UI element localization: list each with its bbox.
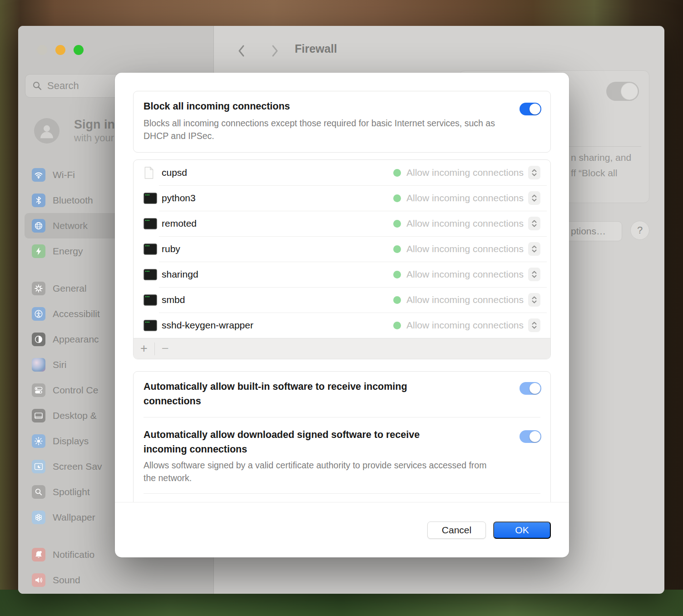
- service-status-stepper[interactable]: [528, 268, 540, 281]
- sidebar-item-label: Notificatio: [53, 549, 94, 560]
- remove-service-button[interactable]: −: [155, 338, 176, 359]
- person-icon: [37, 121, 57, 141]
- service-name: ruby: [162, 243, 180, 254]
- spotlight-icon: [32, 485, 45, 499]
- sidebar-item-label: Sound: [53, 575, 80, 586]
- sidebar-item-label: Displays: [53, 436, 89, 447]
- desktop-dock-icon: [32, 409, 45, 422]
- service-status: Allow incoming connections: [393, 293, 540, 307]
- sidebar-item-label: Screen Sav: [53, 461, 102, 472]
- service-status-stepper[interactable]: [528, 318, 540, 332]
- service-row: remotedAllow incoming connections: [134, 211, 550, 236]
- sidebar-item-label: Control Ce: [53, 385, 98, 396]
- service-status-label: Allow incoming connections: [406, 320, 524, 331]
- sidebar-item-signin[interactable]: Sign in with your: [34, 117, 115, 144]
- search-icon: [32, 80, 43, 91]
- firewall-main-toggle[interactable]: [606, 82, 639, 101]
- status-dot-icon: [393, 296, 401, 304]
- service-status-stepper[interactable]: [528, 166, 540, 179]
- options-button-label: ptions…: [571, 226, 606, 237]
- service-name: sshd-keygen-wrapper: [162, 320, 253, 331]
- service-row: rubyAllow incoming connections: [134, 236, 550, 262]
- service-status: Allow incoming connections: [393, 318, 540, 332]
- service-status-stepper[interactable]: [528, 242, 540, 256]
- service-status-label: Allow incoming connections: [406, 167, 524, 178]
- control-center-icon: [32, 383, 45, 397]
- service-row: cupsdAllow incoming connections: [134, 160, 550, 185]
- service-status-stepper[interactable]: [528, 191, 540, 205]
- firewall-description-partial: n sharing, and: [571, 152, 631, 163]
- back-button[interactable]: [234, 43, 249, 59]
- executable-icon: [144, 269, 158, 280]
- firewall-description-partial: ff “Block all: [571, 168, 617, 179]
- service-status-label: Allow incoming connections: [406, 294, 524, 305]
- firewall-options-dialog: Block all incoming connections Blocks al…: [115, 73, 569, 557]
- energy-icon: [32, 244, 45, 258]
- signin-subtitle: with your: [74, 132, 115, 144]
- sidebar-item-label: General: [53, 283, 87, 294]
- dialog-footer: Cancel OK: [115, 502, 569, 557]
- auto-builtin-title: Automatically allow built-in software to…: [144, 379, 461, 408]
- service-name: sharingd: [162, 269, 198, 280]
- status-dot-icon: [393, 194, 401, 202]
- add-service-button[interactable]: +: [134, 338, 154, 359]
- sound-icon: [32, 573, 45, 587]
- bluetooth-icon: [32, 194, 45, 207]
- auto-signed-description: Allows software signed by a valid certif…: [144, 459, 498, 484]
- sidebar-item-label: Desktop &: [53, 410, 97, 421]
- sidebar-item-label: Spotlight: [53, 487, 90, 497]
- dialog-scroll-area[interactable]: Block all incoming connections Blocks al…: [115, 73, 569, 502]
- displays-icon: [32, 434, 45, 448]
- service-rows: cupsdAllow incoming connectionspython3Al…: [134, 160, 550, 338]
- network-icon: [32, 219, 45, 233]
- service-status-stepper[interactable]: [528, 217, 540, 230]
- executable-icon: [144, 243, 158, 255]
- status-dot-icon: [393, 220, 401, 228]
- help-button[interactable]: ?: [630, 221, 649, 240]
- auto-allow-section: Automatically allow built-in software to…: [133, 371, 551, 502]
- service-status: Allow incoming connections: [393, 217, 540, 230]
- chevron-right-icon: [267, 43, 282, 59]
- status-dot-icon: [393, 169, 401, 177]
- close-window-button[interactable]: [37, 45, 47, 55]
- block-all-title: Block all incoming connections: [144, 101, 290, 112]
- sidebar-item-label: Energy: [53, 246, 83, 257]
- block-all-toggle[interactable]: [520, 103, 541, 115]
- service-status-stepper[interactable]: [528, 293, 540, 307]
- chevron-left-icon: [234, 43, 249, 59]
- service-list: cupsdAllow incoming connectionspython3Al…: [133, 159, 551, 359]
- service-status: Allow incoming connections: [393, 191, 540, 205]
- wallpaper-icon: [32, 511, 45, 524]
- service-row: smbdAllow incoming connections: [134, 287, 550, 313]
- service-row: python3Allow incoming connections: [134, 185, 550, 211]
- search-placeholder: Search: [47, 80, 79, 92]
- sidebar-item-sound[interactable]: Sound: [25, 567, 207, 593]
- status-dot-icon: [393, 322, 401, 329]
- avatar: [34, 118, 59, 144]
- executable-icon: [144, 193, 158, 204]
- sidebar-item-label: Wi-Fi: [53, 169, 75, 180]
- sidebar-item-label: Siri: [53, 359, 66, 370]
- cancel-button[interactable]: Cancel: [427, 522, 486, 539]
- service-name: python3: [162, 193, 196, 204]
- service-name: smbd: [162, 294, 185, 305]
- service-name: cupsd: [162, 167, 187, 178]
- auto-signed-toggle[interactable]: [520, 430, 541, 443]
- block-all-description: Blocks all incoming connections except t…: [144, 117, 495, 142]
- status-dot-icon: [393, 271, 401, 278]
- auto-builtin-toggle[interactable]: [520, 382, 541, 395]
- signin-title: Sign in: [74, 117, 115, 132]
- service-list-footer: + −: [134, 338, 550, 359]
- forward-button[interactable]: [267, 43, 282, 59]
- minimize-window-button[interactable]: [55, 45, 65, 55]
- wifi-icon: [32, 168, 45, 182]
- divider: [144, 417, 540, 417]
- page-title: Firewall: [295, 42, 337, 55]
- sidebar-item-label: Wallpaper: [53, 512, 95, 523]
- ok-button[interactable]: OK: [493, 522, 551, 539]
- zoom-window-button[interactable]: [74, 45, 84, 55]
- status-dot-icon: [393, 245, 401, 253]
- notifications-icon: [32, 548, 45, 561]
- siri-icon: [32, 358, 45, 372]
- document-icon: [144, 167, 158, 179]
